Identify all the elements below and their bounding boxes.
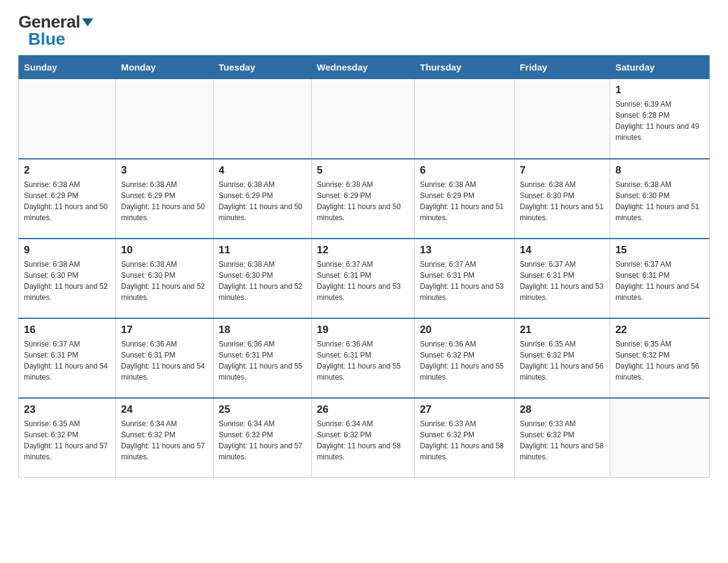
day-info: Sunrise: 6:37 AMSunset: 6:31 PMDaylight:… bbox=[24, 339, 110, 383]
calendar-week-1: 1Sunrise: 6:39 AMSunset: 6:28 PMDaylight… bbox=[19, 79, 710, 159]
day-number: 24 bbox=[121, 404, 208, 416]
day-number: 17 bbox=[121, 324, 208, 336]
calendar-cell: 26Sunrise: 6:34 AMSunset: 6:32 PMDayligh… bbox=[312, 398, 415, 478]
day-number: 21 bbox=[520, 324, 605, 336]
calendar-cell: 7Sunrise: 6:38 AMSunset: 6:30 PMDaylight… bbox=[515, 159, 610, 239]
logo-blue-text: Blue bbox=[28, 29, 66, 48]
page-header: General Blue bbox=[18, 12, 710, 49]
day-number: 26 bbox=[317, 404, 409, 416]
day-info: Sunrise: 6:33 AMSunset: 6:32 PMDaylight:… bbox=[520, 418, 605, 462]
calendar-cell: 15Sunrise: 6:37 AMSunset: 6:31 PMDayligh… bbox=[610, 239, 710, 318]
weekday-header-row: SundayMondayTuesdayWednesdayThursdayFrid… bbox=[19, 56, 710, 79]
day-number: 27 bbox=[420, 404, 509, 416]
day-number: 18 bbox=[219, 324, 306, 336]
calendar-cell: 19Sunrise: 6:36 AMSunset: 6:31 PMDayligh… bbox=[312, 318, 415, 398]
day-info: Sunrise: 6:36 AMSunset: 6:31 PMDaylight:… bbox=[121, 339, 208, 383]
day-info: Sunrise: 6:38 AMSunset: 6:29 PMDaylight:… bbox=[219, 179, 306, 223]
day-number: 11 bbox=[219, 244, 306, 256]
calendar-cell: 11Sunrise: 6:38 AMSunset: 6:30 PMDayligh… bbox=[213, 239, 311, 318]
day-info: Sunrise: 6:36 AMSunset: 6:32 PMDaylight:… bbox=[420, 339, 509, 383]
weekday-header-saturday: Saturday bbox=[610, 56, 710, 79]
day-number: 7 bbox=[520, 164, 605, 177]
day-info: Sunrise: 6:38 AMSunset: 6:30 PMDaylight:… bbox=[219, 259, 306, 303]
calendar-week-3: 9Sunrise: 6:38 AMSunset: 6:30 PMDaylight… bbox=[19, 239, 710, 318]
calendar-cell: 18Sunrise: 6:36 AMSunset: 6:31 PMDayligh… bbox=[213, 318, 311, 398]
day-number: 9 bbox=[24, 244, 110, 256]
calendar-cell: 23Sunrise: 6:35 AMSunset: 6:32 PMDayligh… bbox=[19, 398, 116, 478]
day-number: 20 bbox=[420, 324, 509, 336]
day-number: 15 bbox=[615, 244, 704, 256]
day-number: 25 bbox=[219, 404, 306, 416]
calendar-cell bbox=[610, 398, 710, 478]
day-number: 2 bbox=[24, 164, 110, 177]
calendar-cell: 12Sunrise: 6:37 AMSunset: 6:31 PMDayligh… bbox=[312, 239, 415, 318]
day-info: Sunrise: 6:38 AMSunset: 6:30 PMDaylight:… bbox=[615, 179, 704, 223]
day-number: 12 bbox=[317, 244, 409, 256]
calendar-cell: 25Sunrise: 6:34 AMSunset: 6:32 PMDayligh… bbox=[213, 398, 311, 478]
day-info: Sunrise: 6:35 AMSunset: 6:32 PMDaylight:… bbox=[520, 339, 605, 383]
calendar-cell: 1Sunrise: 6:39 AMSunset: 6:28 PMDaylight… bbox=[610, 79, 710, 159]
logo: General Blue bbox=[18, 12, 93, 49]
day-info: Sunrise: 6:38 AMSunset: 6:29 PMDaylight:… bbox=[24, 179, 110, 223]
day-info: Sunrise: 6:37 AMSunset: 6:31 PMDaylight:… bbox=[420, 259, 509, 303]
day-number: 6 bbox=[420, 164, 509, 177]
day-info: Sunrise: 6:38 AMSunset: 6:29 PMDaylight:… bbox=[420, 179, 509, 223]
weekday-header-thursday: Thursday bbox=[415, 56, 515, 79]
day-info: Sunrise: 6:34 AMSunset: 6:32 PMDaylight:… bbox=[219, 418, 306, 462]
weekday-header-monday: Monday bbox=[116, 56, 213, 79]
day-number: 13 bbox=[420, 244, 509, 256]
calendar-cell: 24Sunrise: 6:34 AMSunset: 6:32 PMDayligh… bbox=[116, 398, 213, 478]
day-number: 19 bbox=[317, 324, 409, 336]
calendar-cell bbox=[415, 79, 515, 159]
calendar-week-5: 23Sunrise: 6:35 AMSunset: 6:32 PMDayligh… bbox=[19, 398, 710, 478]
calendar-cell: 10Sunrise: 6:38 AMSunset: 6:30 PMDayligh… bbox=[116, 239, 213, 318]
day-number: 3 bbox=[121, 164, 208, 177]
calendar-cell: 22Sunrise: 6:35 AMSunset: 6:32 PMDayligh… bbox=[610, 318, 710, 398]
day-info: Sunrise: 6:34 AMSunset: 6:32 PMDaylight:… bbox=[121, 418, 208, 462]
day-info: Sunrise: 6:38 AMSunset: 6:30 PMDaylight:… bbox=[520, 179, 605, 223]
calendar-cell: 21Sunrise: 6:35 AMSunset: 6:32 PMDayligh… bbox=[515, 318, 610, 398]
calendar-cell: 4Sunrise: 6:38 AMSunset: 6:29 PMDaylight… bbox=[213, 159, 311, 239]
day-info: Sunrise: 6:37 AMSunset: 6:31 PMDaylight:… bbox=[317, 259, 409, 303]
day-info: Sunrise: 6:37 AMSunset: 6:31 PMDaylight:… bbox=[615, 259, 704, 303]
calendar-cell bbox=[116, 79, 213, 159]
day-info: Sunrise: 6:34 AMSunset: 6:32 PMDaylight:… bbox=[317, 418, 409, 462]
calendar-cell: 14Sunrise: 6:37 AMSunset: 6:31 PMDayligh… bbox=[515, 239, 610, 318]
day-info: Sunrise: 6:38 AMSunset: 6:29 PMDaylight:… bbox=[121, 179, 208, 223]
day-number: 1 bbox=[615, 84, 704, 96]
day-number: 10 bbox=[121, 244, 208, 256]
day-info: Sunrise: 6:39 AMSunset: 6:28 PMDaylight:… bbox=[615, 99, 704, 143]
calendar-cell bbox=[515, 79, 610, 159]
day-info: Sunrise: 6:38 AMSunset: 6:30 PMDaylight:… bbox=[24, 259, 110, 303]
day-number: 5 bbox=[317, 164, 409, 177]
calendar-cell: 13Sunrise: 6:37 AMSunset: 6:31 PMDayligh… bbox=[415, 239, 515, 318]
calendar-cell: 2Sunrise: 6:38 AMSunset: 6:29 PMDaylight… bbox=[19, 159, 116, 239]
day-info: Sunrise: 6:35 AMSunset: 6:32 PMDaylight:… bbox=[24, 418, 110, 462]
weekday-header-sunday: Sunday bbox=[19, 56, 116, 79]
day-info: Sunrise: 6:36 AMSunset: 6:31 PMDaylight:… bbox=[317, 339, 409, 383]
calendar-cell: 6Sunrise: 6:38 AMSunset: 6:29 PMDaylight… bbox=[415, 159, 515, 239]
day-number: 28 bbox=[520, 404, 605, 416]
calendar-table: SundayMondayTuesdayWednesdayThursdayFrid… bbox=[18, 55, 710, 478]
day-number: 14 bbox=[520, 244, 605, 256]
calendar-cell: 16Sunrise: 6:37 AMSunset: 6:31 PMDayligh… bbox=[19, 318, 116, 398]
day-info: Sunrise: 6:38 AMSunset: 6:29 PMDaylight:… bbox=[317, 179, 409, 223]
calendar-cell: 8Sunrise: 6:38 AMSunset: 6:30 PMDaylight… bbox=[610, 159, 710, 239]
calendar-week-4: 16Sunrise: 6:37 AMSunset: 6:31 PMDayligh… bbox=[19, 318, 710, 398]
day-info: Sunrise: 6:36 AMSunset: 6:31 PMDaylight:… bbox=[219, 339, 306, 383]
day-info: Sunrise: 6:38 AMSunset: 6:30 PMDaylight:… bbox=[121, 259, 208, 303]
calendar-cell bbox=[312, 79, 415, 159]
calendar-cell: 5Sunrise: 6:38 AMSunset: 6:29 PMDaylight… bbox=[312, 159, 415, 239]
day-number: 8 bbox=[615, 164, 704, 177]
day-number: 22 bbox=[615, 324, 704, 336]
calendar-cell bbox=[213, 79, 311, 159]
day-info: Sunrise: 6:33 AMSunset: 6:32 PMDaylight:… bbox=[420, 418, 509, 462]
day-number: 4 bbox=[219, 164, 306, 177]
calendar-cell: 9Sunrise: 6:38 AMSunset: 6:30 PMDaylight… bbox=[19, 239, 116, 318]
weekday-header-tuesday: Tuesday bbox=[213, 56, 311, 79]
calendar-cell: 3Sunrise: 6:38 AMSunset: 6:29 PMDaylight… bbox=[116, 159, 213, 239]
weekday-header-friday: Friday bbox=[515, 56, 610, 79]
day-number: 23 bbox=[24, 404, 110, 416]
calendar-cell: 17Sunrise: 6:36 AMSunset: 6:31 PMDayligh… bbox=[116, 318, 213, 398]
calendar-cell bbox=[19, 79, 116, 159]
